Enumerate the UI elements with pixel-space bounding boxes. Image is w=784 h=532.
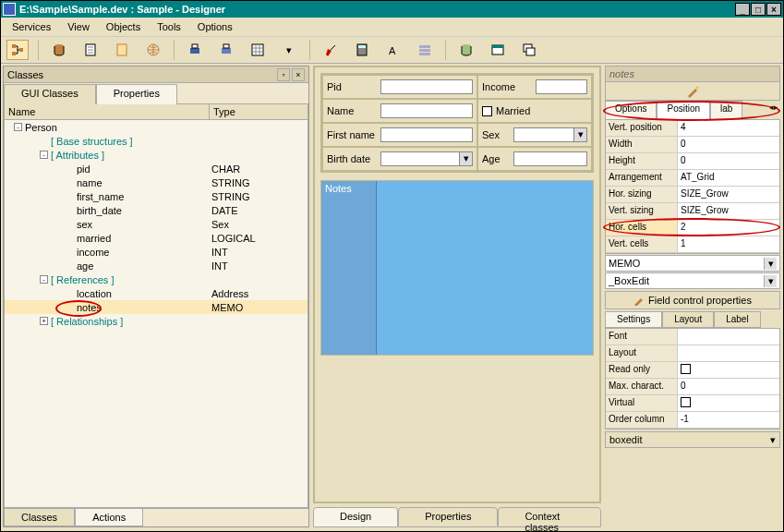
tool-globe-icon[interactable] [142,40,164,60]
tool-printer-icon[interactable] [184,40,206,60]
tree-row[interactable]: first_nameSTRING [5,189,308,203]
tree-row[interactable]: sexSex [5,217,308,231]
col-type[interactable]: Type [210,104,308,119]
property-value[interactable]: 0 [678,137,779,152]
menu-tools[interactable]: Tools [150,19,188,34]
property-row[interactable]: Font [606,329,779,345]
tree-body[interactable]: -Person[ Base structures ]-[ Attributes … [4,120,308,508]
property-row[interactable]: Hor. sizingSIZE_Grow [606,187,779,203]
checkbox[interactable] [681,364,691,374]
tree-row[interactable]: [ Base structures ] [5,134,308,148]
property-value[interactable]: 0 [678,379,779,394]
combo-memo[interactable]: MEMO▾ [605,255,780,272]
property-row[interactable]: Max. charact.0 [606,379,779,395]
tree-row[interactable]: -Person [5,120,308,134]
col-name[interactable]: Name [5,104,210,119]
property-value[interactable]: -1 [678,412,779,428]
property-value[interactable]: SIZE_Grow [678,187,779,202]
property-value[interactable]: 0 [678,153,779,169]
tree-row[interactable]: pidCHAR [5,162,308,175]
tool-structure-icon[interactable] [6,40,29,60]
tree-row[interactable]: -[ Attributes ] [5,148,308,162]
rtab2-layout[interactable]: Layout [662,311,714,328]
tree-row[interactable]: -[ References ] [5,272,308,286]
rtab2-settings[interactable]: Settings [605,311,662,328]
tab-scroll-icon[interactable]: ◂▸ [767,101,780,119]
tree-row[interactable]: incomeINT [5,245,308,259]
tab-gui-classes[interactable]: GUI Classes [4,84,96,104]
property-row[interactable]: Virtual [606,395,779,412]
checkbox[interactable] [681,397,691,407]
menu-view[interactable]: View [60,19,97,34]
property-value[interactable]: 4 [678,120,779,136]
field-control-button[interactable]: Field control properties [605,291,780,309]
tree-row[interactable]: +[ Relationships ] [5,314,308,328]
rtab-lab[interactable]: lab [710,101,742,119]
menu-options[interactable]: Options [190,19,240,34]
rtab-position[interactable]: Position [657,101,710,119]
tool-windows-icon[interactable] [518,40,540,60]
property-row[interactable]: Read only [606,362,779,379]
property-value[interactable] [678,329,779,345]
input-firstname[interactable] [380,127,473,142]
tool-calculator-icon[interactable] [351,40,373,60]
property-value[interactable]: AT_Grid [678,170,779,186]
tree-row[interactable]: ageINT [5,259,308,272]
tool-window-icon[interactable] [487,40,509,60]
menu-objects[interactable]: Objects [99,19,148,34]
maximize-button[interactable]: □ [751,3,766,16]
mid-tab-properties[interactable]: Properties [398,507,498,527]
mid-tab-design[interactable]: Design [313,507,398,527]
tool-page-icon[interactable] [111,40,133,60]
expand-icon[interactable]: + [40,317,48,325]
input-pid[interactable] [380,79,473,94]
tree-row[interactable]: locationAddress [5,286,308,300]
notes-body[interactable] [377,181,593,355]
tool-db-icon[interactable] [48,40,70,60]
property-row[interactable]: Hor. cells2 [606,220,779,236]
notes-area[interactable]: Notes [320,180,594,356]
tab-properties[interactable]: Properties [96,84,177,104]
input-name[interactable] [380,103,473,118]
tree-row[interactable]: nameSTRING [5,175,308,189]
expand-icon[interactable]: - [40,151,48,159]
tool-rows-icon[interactable] [414,40,436,60]
property-row[interactable]: ArrangementAT_Grid [606,170,779,187]
tree-row[interactable]: birth_dateDATE [5,203,308,217]
input-birthdate[interactable]: ▾ [380,151,473,166]
tool-grid-icon[interactable] [247,40,269,60]
property-value[interactable] [678,362,779,378]
bottom-tab-actions[interactable]: Actions [75,509,143,526]
property-row[interactable]: Vert. cells1 [606,236,779,253]
expand-icon[interactable]: - [40,275,48,284]
combo-boxedit[interactable]: _BoxEdit▾ [605,272,780,289]
tool-printer2-icon[interactable] [215,40,237,60]
property-value[interactable] [678,395,779,411]
menu-services[interactable]: Services [5,19,58,34]
tool-brush-icon[interactable] [320,40,342,60]
mid-tab-context[interactable]: Context classes [498,507,601,527]
tool-dropdown-icon[interactable]: ▾ [278,40,300,60]
tool-font-icon[interactable]: A [382,40,404,60]
property-row[interactable]: Width0 [606,137,779,153]
expand-icon[interactable]: - [14,123,22,131]
panel-close-icon[interactable]: × [292,68,305,81]
panel-pin-icon[interactable]: ▫ [277,68,290,81]
tool-doc-icon[interactable] [79,40,102,60]
tool-db2-icon[interactable] [455,40,477,60]
property-value[interactable]: SIZE_Grow [678,203,779,219]
property-row[interactable]: Vert. sizingSIZE_Grow [606,203,779,220]
tree-row[interactable]: marriedLOGICAL [5,231,308,245]
rtab-options[interactable]: Options [605,101,657,119]
property-row[interactable]: Order column-1 [606,412,779,429]
input-age[interactable] [513,151,587,166]
select-sex[interactable]: ▾ [513,127,587,142]
bottom-tab-classes[interactable]: Classes [4,509,75,526]
property-row[interactable]: Vert. position4 [606,120,779,137]
property-row[interactable]: Layout [606,345,779,362]
property-value[interactable] [678,345,779,361]
rtab2-label[interactable]: Label [714,311,760,328]
tree-row[interactable]: notesMEMO [5,300,308,314]
input-income[interactable] [536,79,587,94]
property-value[interactable]: 1 [678,236,779,252]
